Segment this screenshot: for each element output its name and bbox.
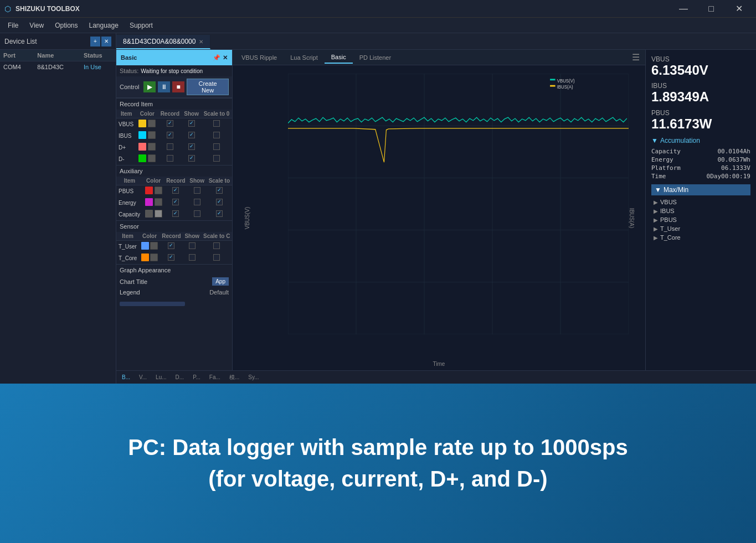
table-row[interactable]: D- ✓ (116, 153, 232, 165)
minimize-button[interactable]: — (671, 1, 696, 17)
platform-value: 06.1333V (721, 164, 750, 172)
graph-tab-pd-listener[interactable]: PD Listener (353, 52, 398, 63)
sidebar-buttons: + ✕ (90, 37, 111, 46)
table-row[interactable]: IBUS ✓ ✓ (116, 130, 232, 142)
sidebar: Device List + ✕ Port Name Status COM4 8&… (0, 33, 116, 384)
pbus-stat: PBUS 11.6173W (651, 109, 750, 131)
item-scale[interactable] (201, 130, 232, 142)
sensor-table: Item Color Record Show Scale to C T_User… (116, 232, 232, 264)
item-show[interactable] (188, 209, 207, 220)
control-label: Control (120, 84, 139, 90)
menu-options[interactable]: Options (49, 19, 83, 32)
item-record[interactable] (158, 153, 182, 165)
item-record[interactable]: ✓ (158, 130, 182, 142)
item-scale[interactable]: ✓ (207, 209, 232, 220)
item-show[interactable] (188, 185, 207, 197)
maxmin-tcore[interactable]: ▶ T_Core (651, 233, 750, 242)
bottom-tab-6[interactable]: 模... (227, 374, 241, 381)
menu-view[interactable]: View (24, 19, 49, 32)
auxiliary-table: Item Color Record Show Scale to PBUS ✓ (116, 177, 232, 220)
item-record[interactable]: ✓ (158, 118, 182, 130)
bottom-tab-2[interactable]: Lu... (153, 374, 168, 380)
item-scale[interactable] (201, 153, 232, 165)
energy-value: 00.0637Wh (717, 156, 750, 163)
item-show[interactable] (183, 252, 201, 264)
item-show[interactable] (188, 197, 207, 209)
sidebar-close-button[interactable]: ✕ (101, 37, 111, 46)
item-record[interactable]: ✓ (160, 252, 183, 264)
chart-title-apply-button[interactable]: App (212, 277, 229, 286)
table-row[interactable]: Capacity ✓ ✓ (116, 209, 232, 220)
expand-arrow-ibus: ▶ (654, 208, 658, 214)
menu-file[interactable]: File (2, 19, 24, 32)
table-row[interactable]: T_User ✓ (116, 241, 232, 252)
maxmin-tuser[interactable]: ▶ T_User (651, 224, 750, 233)
record-item-title: Record Item (116, 98, 232, 110)
graph-tab-vbus-ripple[interactable]: VBUS Ripple (235, 52, 284, 63)
svg-text:IBUS(A): IBUS(A) (557, 84, 573, 90)
create-new-button[interactable]: Create New (187, 79, 229, 95)
col-scale: Scale to 0 (201, 110, 232, 118)
col-name: Name (34, 50, 80, 61)
time-value: 0Day00:00:19 (707, 173, 750, 180)
item-scale[interactable] (201, 142, 232, 153)
item-record[interactable]: ✓ (160, 241, 183, 252)
stop-button[interactable]: ■ (172, 81, 184, 92)
bottom-tab-3[interactable]: D... (173, 374, 187, 380)
table-row[interactable]: D+ ✓ (116, 142, 232, 153)
menu-support[interactable]: Support (124, 19, 158, 32)
bottom-bar: B... V... Lu... D... P... Fa... 模... Sy.… (116, 370, 756, 384)
item-scale[interactable]: ✓ (207, 197, 232, 209)
item-name: T_User (116, 241, 139, 252)
stats-panel: VBUS 6.13540V IBUS 1.89349A PBUS 11.6173… (645, 50, 756, 370)
menu-language[interactable]: Language (84, 19, 124, 32)
bottom-tab-1[interactable]: V... (137, 374, 149, 380)
item-name: T_Core (116, 252, 139, 264)
tab-close-icon[interactable]: ✕ (199, 39, 203, 45)
item-record[interactable] (158, 142, 182, 153)
tab-main[interactable]: 8&1D43CD0A&08&0000 ✕ (116, 35, 210, 49)
play-button[interactable]: ▶ (143, 81, 156, 92)
device-port: COM4 (0, 61, 34, 73)
item-record[interactable]: ✓ (164, 209, 187, 220)
panel-pin-icon[interactable]: 📌 (213, 54, 220, 61)
item-name: D- (116, 153, 136, 165)
item-show[interactable]: ✓ (182, 142, 201, 153)
maxmin-pbus[interactable]: ▶ PBUS (651, 215, 750, 224)
item-show[interactable]: ✓ (182, 153, 201, 165)
maxmin-ibus[interactable]: ▶ IBUS (651, 206, 750, 215)
device-row[interactable]: COM4 8&1D43C In Use (0, 61, 116, 73)
sidebar-add-button[interactable]: + (90, 37, 100, 46)
tab-label: 8&1D43CD0A&08&0000 (123, 38, 196, 45)
item-record[interactable]: ✓ (164, 197, 187, 209)
table-row[interactable]: VBUS ✓ ✓ (116, 118, 232, 130)
pause-button[interactable]: ⏸ (158, 81, 170, 92)
table-row[interactable]: Energy ✓ ✓ (116, 197, 232, 209)
item-show[interactable] (183, 241, 201, 252)
maxmin-arrow: ▼ (655, 186, 661, 194)
bottom-tab-5[interactable]: Fa... (207, 374, 223, 380)
item-record[interactable]: ✓ (164, 185, 187, 197)
table-row[interactable]: T_Core ✓ (116, 252, 232, 264)
table-row[interactable]: PBUS ✓ ✓ (116, 185, 232, 197)
bottom-tab-4[interactable]: P... (191, 374, 203, 380)
bottom-tab-7[interactable]: Sy... (246, 374, 261, 380)
panel-close-icon[interactable]: ✕ (223, 54, 228, 61)
graph-tab-basic[interactable]: Basic (325, 51, 353, 64)
ibus-label: IBUS (651, 82, 750, 90)
bottom-tab-0[interactable]: B... (120, 374, 132, 380)
item-scale[interactable]: ✓ (207, 185, 232, 197)
item-scale[interactable] (201, 252, 232, 264)
graph-tab-lua-script[interactable]: Lua Script (284, 52, 325, 63)
item-scale[interactable] (201, 241, 232, 252)
time-row: Time 0Day00:00:19 (651, 173, 750, 180)
titlebar-controls: — □ ✕ (671, 1, 752, 17)
item-scale[interactable] (201, 118, 232, 130)
graph-settings-icon[interactable]: ☰ (629, 52, 643, 63)
maxmin-vbus[interactable]: ▶ VBUS (651, 198, 750, 206)
maximize-button[interactable]: □ (698, 1, 724, 17)
graph-area: VBUS Ripple Lua Script Basic PD Listener… (233, 50, 645, 370)
close-button[interactable]: ✕ (726, 1, 752, 17)
item-show[interactable]: ✓ (182, 130, 201, 142)
item-show[interactable]: ✓ (182, 118, 201, 130)
